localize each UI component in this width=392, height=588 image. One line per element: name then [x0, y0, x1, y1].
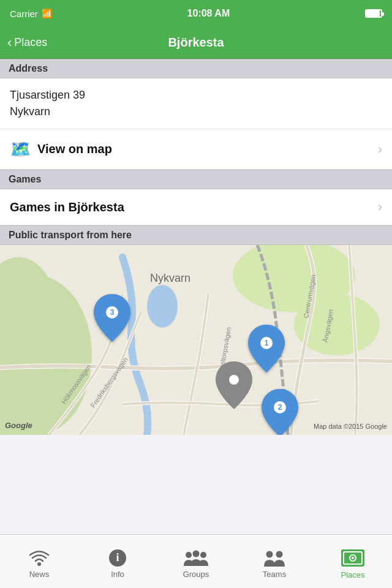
address-line2: Nykvarn — [10, 104, 382, 120]
carrier-info: Carrier 📶 — [10, 9, 52, 19]
info-icon: i — [107, 549, 129, 567]
nav-bar: ‹ Places Björkesta — [0, 27, 392, 59]
chevron-right-icon: › — [378, 141, 382, 157]
map-svg: Hökmossvägen Fredriksbergsvägen Gammelto… — [0, 245, 392, 435]
news-icon — [28, 549, 50, 567]
svg-point-6 — [147, 285, 178, 328]
map-row-left: 🗺️ View on map — [10, 139, 112, 159]
page-title: Björkesta — [168, 36, 224, 50]
map-view[interactable]: Hökmossvägen Fredriksbergsvägen Gammelto… — [0, 245, 392, 435]
svg-point-32 — [352, 557, 354, 559]
svg-point-14 — [229, 375, 239, 385]
battery-icon — [365, 9, 382, 18]
teams-icon — [262, 549, 287, 567]
svg-text:i: i — [116, 551, 119, 564]
tab-teams[interactable]: Teams — [235, 544, 314, 579]
svg-point-26 — [200, 552, 206, 558]
tab-news[interactable]: News — [0, 544, 78, 579]
address-section-header: Address — [0, 59, 392, 78]
wifi-icon: 📶 — [42, 9, 52, 18]
places-icon — [340, 548, 366, 568]
groups-icon — [184, 549, 208, 567]
transport-section-header: Public transport from here — [0, 225, 392, 245]
svg-point-25 — [193, 551, 200, 557]
tab-info[interactable]: i Info — [78, 544, 157, 579]
teams-tab-label: Teams — [263, 570, 286, 579]
svg-point-28 — [276, 551, 283, 558]
svg-text:1: 1 — [265, 339, 269, 347]
games-chevron-icon: › — [378, 199, 382, 215]
address-row: Tjusarstigen 39 Nykvarn — [0, 78, 392, 129]
svg-text:Nykvarn: Nykvarn — [150, 272, 190, 284]
svg-point-21 — [37, 562, 41, 566]
svg-point-24 — [186, 552, 192, 558]
back-label: Places — [14, 36, 47, 49]
places-tab-label: Places — [341, 570, 364, 579]
tab-groups[interactable]: Groups — [157, 544, 235, 579]
info-tab-label: Info — [111, 570, 124, 579]
map-attribution: Map data ©2015 Google — [314, 423, 387, 430]
games-section-header: Games — [0, 170, 392, 189]
tab-places[interactable]: Places — [314, 543, 392, 579]
map-pin-icon: 🗺️ — [10, 139, 31, 159]
svg-rect-3 — [0, 337, 49, 435]
view-on-map-button[interactable]: 🗺️ View on map › — [0, 129, 392, 170]
back-button[interactable]: ‹ Places — [7, 36, 47, 50]
address-line1: Tjusarstigen 39 — [10, 87, 382, 104]
svg-text:3: 3 — [110, 308, 115, 317]
map-row-label: View on map — [37, 142, 112, 156]
tab-bar: News i Info Groups — [0, 534, 392, 588]
carrier-label: Carrier — [10, 9, 38, 19]
groups-tab-label: Groups — [183, 570, 209, 579]
news-tab-label: News — [29, 570, 50, 579]
games-row-label: Games in Björkesta — [10, 200, 124, 214]
games-row-button[interactable]: Games in Björkesta › — [0, 189, 392, 225]
status-bar: Carrier 📶 10:08 AM — [0, 0, 392, 27]
google-logo: Google — [5, 421, 32, 430]
svg-text:2: 2 — [278, 403, 282, 412]
time-label: 10:08 AM — [187, 8, 230, 19]
svg-point-27 — [266, 551, 273, 558]
back-chevron-icon: ‹ — [7, 36, 12, 50]
